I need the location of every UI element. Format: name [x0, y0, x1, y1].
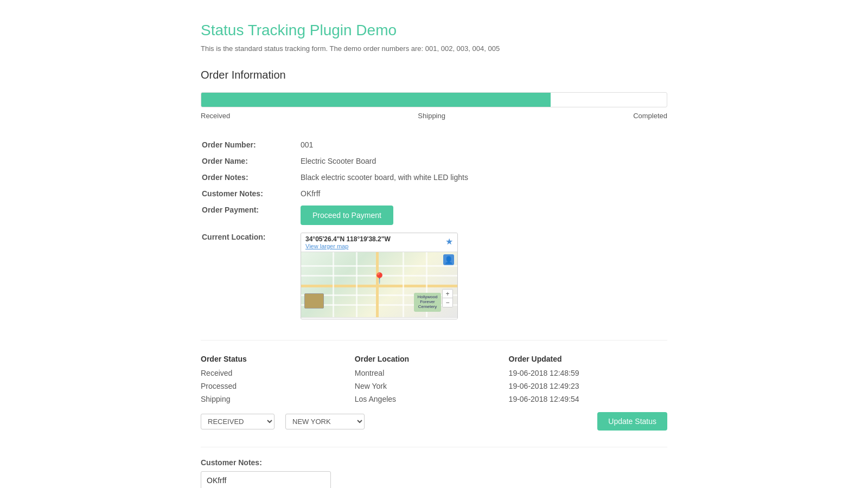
customer-notes-value: OKfrff: [301, 186, 666, 201]
customer-notes-label: Customer Notes:: [202, 186, 299, 201]
customer-notes-input[interactable]: [201, 471, 331, 488]
progress-labels: Received Shipping Completed: [201, 112, 667, 120]
location-cell: Montreal: [355, 367, 509, 380]
table-row: Shipping Los Angeles 19-06-2018 12:49:54: [201, 393, 667, 406]
map-pin: 📍: [373, 272, 386, 285]
customer-notes-row: Customer Notes: OKfrff: [202, 186, 666, 201]
map-footer: Map data ©2018 Google Terms of Use Repor…: [301, 317, 457, 319]
order-payment-label: Order Payment:: [202, 202, 299, 228]
map-container: ★ 34°05'26.4"N 118°19'38.2"W View larger…: [301, 233, 458, 319]
order-name-value: Electric Scooter Board: [301, 153, 666, 169]
customer-notes-form-label: Customer Notes:: [201, 458, 667, 467]
map-green-area: Hollywood Forever Cemetery: [414, 293, 441, 312]
view-larger-map-link[interactable]: View larger map: [305, 243, 453, 249]
status-cell: Received: [201, 367, 355, 380]
order-number-value: 001: [301, 137, 666, 152]
map-data-text: Map data ©2018 Google: [303, 319, 356, 319]
order-number-label: Order Number:: [202, 137, 299, 152]
order-notes-value: Black electric scooter board, with white…: [301, 170, 666, 185]
updated-cell: 19-06-2018 12:49:54: [509, 393, 667, 406]
order-payment-row: Order Payment: Proceed to Payment: [202, 202, 666, 228]
progress-label-completed: Completed: [633, 112, 667, 120]
status-section: Order Status Order Location Order Update…: [201, 351, 667, 431]
page-subtitle: This is the standard status tracking for…: [201, 44, 667, 53]
col-header-status: Order Status: [201, 351, 355, 367]
table-row: Received Montreal 19-06-2018 12:48:59: [201, 367, 667, 380]
divider-2: [201, 447, 667, 447]
progress-container: Received Shipping Completed: [201, 92, 667, 120]
order-payment-cell: Proceed to Payment: [301, 202, 666, 228]
divider: [201, 340, 667, 341]
progress-bar-inner: [201, 93, 551, 107]
map-thumbnail: [304, 293, 324, 309]
controls-row: RECEIVEDPROCESSEDSHIPPINGCOMPLETED MONTR…: [201, 412, 667, 431]
status-cell: Shipping: [201, 393, 355, 406]
order-number-row: Order Number: 001: [202, 137, 666, 152]
status-history-table: Order Status Order Location Order Update…: [201, 351, 667, 406]
location-cell: New York: [355, 380, 509, 393]
progress-label-shipping: Shipping: [418, 112, 445, 120]
update-status-button[interactable]: Update Status: [597, 412, 667, 431]
map-body: 📍 + − 👤 Hollywood Forever Cemetery: [301, 252, 457, 317]
status-cell: Processed: [201, 380, 355, 393]
order-info-heading: Order Information: [201, 69, 667, 81]
map-coords: 34°05'26.4"N 118°19'38.2"W: [305, 235, 391, 243]
order-info-table: Order Number: 001 Order Name: Electric S…: [201, 136, 667, 324]
current-location-cell: ★ 34°05'26.4"N 118°19'38.2"W View larger…: [301, 229, 666, 323]
map-terms-link[interactable]: Terms of Use: [371, 319, 400, 319]
page-title: Status Tracking Plugin Demo: [201, 22, 667, 39]
order-name-label: Order Name:: [202, 153, 299, 169]
current-location-row: Current Location: ★ 34°05'26.4"N 118°19'…: [202, 229, 666, 323]
progress-bar-outer: [201, 92, 667, 107]
status-select[interactable]: RECEIVEDPROCESSEDSHIPPINGCOMPLETED: [201, 414, 275, 429]
map-person-icon: 👤: [443, 254, 454, 265]
col-header-updated: Order Updated: [509, 351, 667, 367]
table-row: Processed New York 19-06-2018 12:49:23: [201, 380, 667, 393]
map-zoom-controls[interactable]: + −: [442, 289, 453, 307]
order-notes-row: Order Notes: Black electric scooter boar…: [202, 170, 666, 185]
updated-cell: 19-06-2018 12:49:23: [509, 380, 667, 393]
location-cell: Los Angeles: [355, 393, 509, 406]
order-notes-label: Order Notes:: [202, 170, 299, 185]
progress-label-received: Received: [201, 112, 230, 120]
col-header-location: Order Location: [355, 351, 509, 367]
current-location-label: Current Location:: [202, 229, 299, 323]
star-icon: ★: [445, 236, 453, 247]
map-zoom-in-button[interactable]: +: [443, 290, 452, 298]
customer-notes-form: Customer Notes: Add Note: [201, 458, 667, 488]
updated-cell: 19-06-2018 12:48:59: [509, 367, 667, 380]
location-select[interactable]: MONTREALNEW YORKLOS ANGELES: [285, 414, 365, 429]
proceed-to-payment-button[interactable]: Proceed to Payment: [301, 206, 393, 225]
order-name-row: Order Name: Electric Scooter Board: [202, 153, 666, 169]
map-zoom-out-button[interactable]: −: [443, 298, 452, 307]
map-header: ★ 34°05'26.4"N 118°19'38.2"W View larger…: [301, 233, 457, 252]
map-report-link[interactable]: Report a map error: [414, 319, 455, 319]
